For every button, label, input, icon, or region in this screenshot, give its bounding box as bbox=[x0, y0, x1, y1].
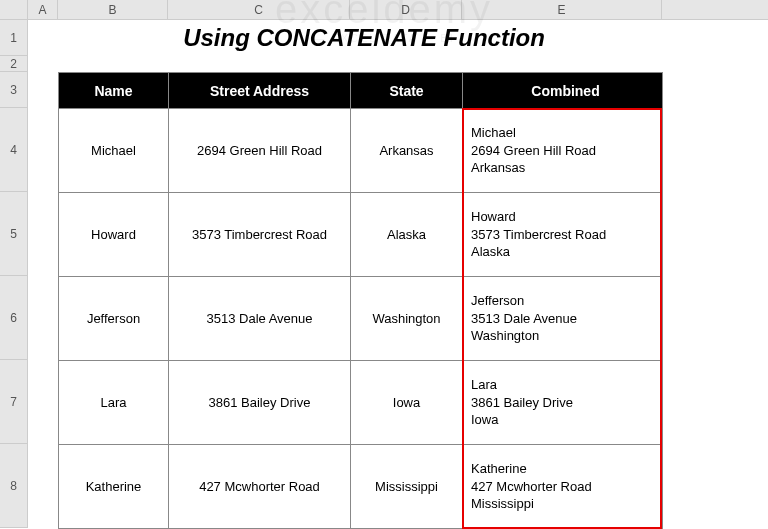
cell-combined[interactable]: Michael2694 Green Hill RoadArkansas bbox=[463, 109, 663, 193]
table-row: Michael 2694 Green Hill Road Arkansas Mi… bbox=[59, 109, 663, 193]
row-header-7[interactable]: 7 bbox=[0, 360, 28, 444]
cell-name[interactable]: Lara bbox=[59, 361, 169, 445]
cell-combined[interactable]: Katherine427 Mcwhorter RoadMississippi bbox=[463, 445, 663, 529]
table-row: Howard 3573 Timbercrest Road Alaska Howa… bbox=[59, 193, 663, 277]
cell-state[interactable]: Iowa bbox=[351, 361, 463, 445]
column-headers-row: A B C D E bbox=[0, 0, 768, 20]
page-title[interactable]: Using CONCATENATE Function bbox=[28, 20, 740, 56]
cell-name[interactable]: Michael bbox=[59, 109, 169, 193]
header-name[interactable]: Name bbox=[59, 73, 169, 109]
table-row: Jefferson 3513 Dale Avenue Washington Je… bbox=[59, 277, 663, 361]
cell-name[interactable]: Howard bbox=[59, 193, 169, 277]
row-header-8[interactable]: 8 bbox=[0, 444, 28, 528]
cell-state[interactable]: Mississippi bbox=[351, 445, 463, 529]
cell-street[interactable]: 2694 Green Hill Road bbox=[169, 109, 351, 193]
cell-state[interactable]: Alaska bbox=[351, 193, 463, 277]
row-headers-col: 1 2 3 4 5 6 7 8 bbox=[0, 20, 28, 528]
row-header-5[interactable]: 5 bbox=[0, 192, 28, 276]
row-header-4[interactable]: 4 bbox=[0, 108, 28, 192]
col-header-B[interactable]: B bbox=[58, 0, 168, 19]
cell-state[interactable]: Arkansas bbox=[351, 109, 463, 193]
row-header-1[interactable]: 1 bbox=[0, 20, 28, 56]
col-header-C[interactable]: C bbox=[168, 0, 350, 19]
cell-state[interactable]: Washington bbox=[351, 277, 463, 361]
cell-combined[interactable]: Jefferson3513 Dale AvenueWashington bbox=[463, 277, 663, 361]
table-row: Katherine 427 Mcwhorter Road Mississippi… bbox=[59, 445, 663, 529]
col-header-A[interactable]: A bbox=[28, 0, 58, 19]
cell-name[interactable]: Jefferson bbox=[59, 277, 169, 361]
cell-street[interactable]: 3513 Dale Avenue bbox=[169, 277, 351, 361]
header-combined[interactable]: Combined bbox=[463, 73, 663, 109]
row-header-3[interactable]: 3 bbox=[0, 72, 28, 108]
col-header-D[interactable]: D bbox=[350, 0, 462, 19]
cell-street[interactable]: 427 Mcwhorter Road bbox=[169, 445, 351, 529]
cell-street[interactable]: 3573 Timbercrest Road bbox=[169, 193, 351, 277]
row-header-2[interactable]: 2 bbox=[0, 56, 28, 72]
cell-name[interactable]: Katherine bbox=[59, 445, 169, 529]
col-header-E[interactable]: E bbox=[462, 0, 662, 19]
header-state[interactable]: State bbox=[351, 73, 463, 109]
row-header-6[interactable]: 6 bbox=[0, 276, 28, 360]
cell-combined[interactable]: Howard3573 Timbercrest RoadAlaska bbox=[463, 193, 663, 277]
header-street[interactable]: Street Address bbox=[169, 73, 351, 109]
table-header-row: Name Street Address State Combined bbox=[59, 73, 663, 109]
data-table: Name Street Address State Combined Micha… bbox=[58, 72, 663, 529]
table-row: Lara 3861 Bailey Drive Iowa Lara3861 Bai… bbox=[59, 361, 663, 445]
cell-street[interactable]: 3861 Bailey Drive bbox=[169, 361, 351, 445]
cell-combined[interactable]: Lara3861 Bailey DriveIowa bbox=[463, 361, 663, 445]
